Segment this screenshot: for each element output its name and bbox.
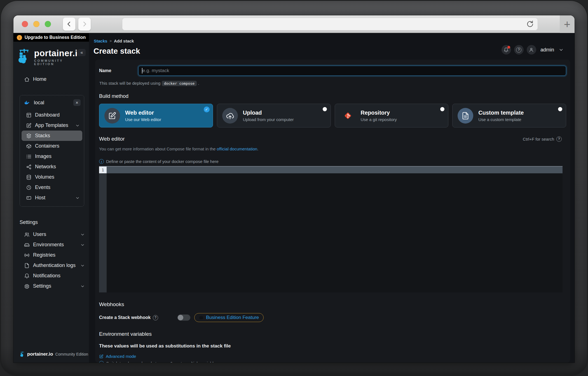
build-method-repository[interactable]: Repository Use a git repository <box>335 104 449 127</box>
editor-hint: i Define or paste the content of your do… <box>99 159 566 164</box>
web-editor-title: Web editor <box>99 136 125 142</box>
notification-badge-dot <box>507 46 510 49</box>
collapse-icon: « <box>81 50 83 55</box>
user-avatar[interactable] <box>527 45 536 55</box>
webhook-row: Create a Stack webhook ? Business Editio… <box>99 313 566 322</box>
browser-window: + ↑ Upgrade to Business Edition <box>13 15 575 363</box>
reload-button[interactable] <box>526 20 534 28</box>
card-title: Repository <box>361 110 397 116</box>
git-icon <box>344 112 352 120</box>
build-method-label: Build method <box>99 93 566 99</box>
header-actions: ? admin <box>502 45 563 55</box>
sidebar-item-users[interactable]: Users <box>20 229 87 240</box>
sidebar-item-networks[interactable]: Networks <box>22 162 82 172</box>
sidebar-item-authentication-logs[interactable]: Authentication logs <box>20 260 87 271</box>
plus-icon: + <box>564 19 570 30</box>
web-editor-icon-circle <box>104 108 120 124</box>
sidebar-item-volumes[interactable]: Volumes <box>22 172 82 182</box>
business-edition-badge[interactable]: Business Edition Feature <box>194 313 264 322</box>
sidebar-item-registries[interactable]: Registries <box>20 250 87 260</box>
footer-edition: Community Edition <box>55 352 88 356</box>
networks-icon <box>26 164 32 170</box>
minimize-window-button[interactable] <box>33 21 39 27</box>
chevron-left-icon <box>66 21 72 27</box>
search-hint: Ctrl+F for search ? <box>523 136 562 142</box>
sidebar-item-label: Stacks <box>35 133 50 139</box>
environment-name: local <box>34 100 44 106</box>
brand-name: portainer.io <box>34 48 85 58</box>
help-button[interactable]: ? <box>514 45 524 55</box>
card-subtitle: Use a custom template <box>478 117 524 122</box>
sidebar-item-settings[interactable]: Settings <box>20 281 87 291</box>
docker-whale-icon <box>24 100 30 105</box>
question-circle-icon[interactable]: ? <box>153 315 158 320</box>
advanced-mode-link[interactable]: Advanced mode <box>99 354 566 359</box>
zoom-window-button[interactable] <box>45 21 51 27</box>
sidebar-item-images[interactable]: Images <box>22 151 82 162</box>
compose-code-editor[interactable]: 1 <box>99 166 563 292</box>
environment-header[interactable]: local ✕ <box>22 98 82 110</box>
upgrade-banner[interactable]: ↑ Upgrade to Business Edition <box>13 33 89 42</box>
card-title: Upload <box>243 110 294 116</box>
radio-icon <box>440 107 444 111</box>
notifications-button[interactable] <box>502 45 511 55</box>
forward-button[interactable] <box>78 17 91 31</box>
sidebar-collapse-button[interactable]: « <box>78 49 86 56</box>
sidebar-item-label: Settings <box>33 283 51 289</box>
environments-icon <box>24 242 30 248</box>
build-method-web-editor[interactable]: Web editor Use our Web editor ✓ <box>99 104 213 127</box>
deploy-note: This stack will be deployed using docker… <box>99 81 566 86</box>
reload-icon <box>526 20 534 28</box>
sidebar-item-app-templates[interactable]: App Templates <box>22 120 82 131</box>
card-subtitle: Upload from your computer <box>243 117 294 122</box>
user-icon <box>529 47 534 53</box>
sidebar-item-home[interactable]: Home <box>13 74 89 84</box>
webhook-toggle-label: Create a Stack webhook ? <box>99 315 177 320</box>
webhook-toggle[interactable] <box>177 314 190 321</box>
chevron-down-icon <box>76 124 79 127</box>
pencil-square-icon <box>108 112 116 120</box>
users-icon <box>24 232 30 237</box>
containers-icon <box>26 143 32 149</box>
sidebar-item-dashboard[interactable]: Dashboard <box>22 110 82 120</box>
create-stack-form: Name This stack will be deployed using d… <box>95 60 570 363</box>
back-button[interactable] <box>63 17 76 31</box>
sidebar-item-containers[interactable]: Containers <box>22 141 82 151</box>
sidebar-item-label: App Templates <box>35 122 68 128</box>
sidebar-item-label: Host <box>35 195 45 201</box>
radio-icon <box>558 107 562 111</box>
brand-edition: COMMUNITY EDITION <box>34 59 85 66</box>
environment-close-button[interactable]: ✕ <box>73 99 81 106</box>
file-text-icon <box>24 263 30 268</box>
build-method-upload[interactable]: Upload Upload from your computer <box>217 104 331 127</box>
settings-menu: Users Environments Registries Aut <box>20 229 87 291</box>
app-root: ↑ Upgrade to Business Edition <box>13 33 575 363</box>
address-bar[interactable] <box>122 18 538 30</box>
name-input[interactable] <box>138 66 566 76</box>
sidebar-item-environments[interactable]: Environments <box>20 240 87 250</box>
official-documentation-link[interactable]: official documentation <box>217 146 257 151</box>
web-editor-section-header: Web editor Ctrl+F for search ? <box>99 136 566 142</box>
pencil-square-icon <box>99 354 104 359</box>
chevron-down-icon[interactable] <box>559 48 563 52</box>
breadcrumb-current: Add stack <box>114 39 134 43</box>
advanced-mode-hint: i Switch to advanced mode to copy & past… <box>99 361 566 363</box>
gear-icon <box>24 283 30 289</box>
sidebar-item-host[interactable]: Host <box>22 193 82 203</box>
custom-template-icon-circle <box>458 108 473 124</box>
sidebar-item-stacks[interactable]: Stacks <box>22 131 82 141</box>
build-method-custom-template[interactable]: Custom template Use a custom template <box>452 104 566 127</box>
webhooks-title: Webhooks <box>99 301 566 308</box>
new-tab-button[interactable]: + <box>560 15 575 33</box>
question-circle-icon[interactable]: ? <box>556 136 562 142</box>
dashboard-icon <box>26 112 32 118</box>
close-window-button[interactable] <box>22 21 28 27</box>
device-frame: + ↑ Upgrade to Business Edition <box>0 0 588 376</box>
chevron-down-icon <box>81 233 85 237</box>
sidebar-item-label: Dashboard <box>35 112 60 118</box>
card-subtitle: Use our Web editor <box>125 117 161 122</box>
portainer-footer-logo-icon <box>20 351 25 357</box>
sidebar-item-events[interactable]: Events <box>22 182 82 193</box>
breadcrumb-stacks-link[interactable]: Stacks <box>94 39 107 43</box>
sidebar-item-notifications[interactable]: Notifications <box>20 271 87 281</box>
